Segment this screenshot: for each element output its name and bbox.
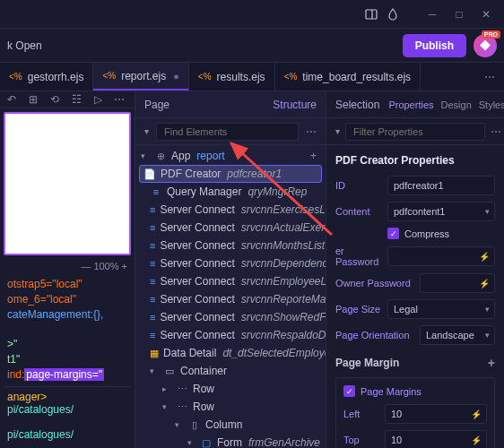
database-icon: ≡ — [150, 257, 155, 270]
find-elements-row: ▾ ⋯ — [135, 118, 326, 145]
panel-menu[interactable]: ⋯ — [306, 125, 317, 138]
canvas-area: — 100% + otstrap5="local" ome_6="local" … — [0, 108, 135, 448]
tab-properties[interactable]: Properties — [388, 99, 433, 110]
tree-app[interactable]: ▾⊕Appreport+ — [135, 147, 326, 165]
chevron-down-icon[interactable]: ▾ — [187, 438, 196, 447]
database-icon: ≡ — [150, 221, 155, 234]
maximize-button[interactable]: □ — [448, 4, 470, 25]
main: ↶ ⊞ ⟲ ☷ ▷ ⋯ — 100% + otstrap5="local" om… — [0, 91, 504, 448]
filter-properties-input[interactable] — [345, 123, 485, 141]
pagesize-select[interactable]: Legal — [387, 299, 495, 319]
owner-password-input[interactable] — [420, 273, 495, 293]
tree-serverconnect[interactable]: ≡Server ConnectsrvcnnDependencia... — [135, 254, 326, 272]
tree-row[interactable]: ▸⋯Row — [135, 380, 326, 398]
database-icon: ≡ — [150, 293, 155, 306]
selection-header: Selection Properties Design Styles — [326, 91, 504, 118]
chevron-down-icon[interactable]: ▾ — [175, 420, 184, 429]
tabbar-overflow[interactable]: ⋯ — [475, 63, 504, 90]
tree-form[interactable]: ▾▢FormfrmGenArchive — [135, 434, 326, 448]
properties-body: PDF Creator Properties ID Contentpdfcont… — [326, 145, 504, 448]
svg-rect-0 — [366, 10, 377, 19]
open-label: k Open — [7, 39, 42, 52]
checkbox-checked-icon[interactable]: ✓ — [343, 385, 355, 397]
tab-label: results.ejs — [217, 71, 265, 83]
tab-timeboard[interactable]: <%time_board_results.ejs — [275, 63, 421, 90]
close-button[interactable]: ✕ — [475, 4, 497, 25]
minimize-button[interactable]: ─ — [421, 4, 443, 25]
tool-play[interactable]: ▷ — [90, 91, 106, 108]
chevron-down-icon[interactable]: ▾ — [150, 366, 159, 375]
add-icon[interactable]: + — [310, 150, 320, 162]
tree-serverconnect[interactable]: ≡Server ConnectsrvcnnExercisesList — [135, 201, 326, 219]
publish-button[interactable]: Publish — [403, 34, 466, 57]
find-elements-input[interactable] — [156, 123, 299, 141]
ejs-icon: <% — [284, 72, 298, 82]
tab-results[interactable]: <%results.ejs — [189, 63, 275, 90]
database-icon: ≡ — [150, 203, 155, 216]
tree-container[interactable]: ▾▭Container — [135, 362, 326, 380]
tool-back[interactable]: ↶ — [4, 91, 20, 108]
tool-sync[interactable]: ⟲ — [47, 91, 63, 108]
checkbox-checked-icon[interactable]: ✓ — [387, 228, 399, 239]
selection-tabs: Properties Design Styles — [388, 99, 504, 110]
avatar[interactable]: PRO — [474, 34, 497, 57]
selection-title: Selection — [335, 99, 379, 111]
page-margins-toggle[interactable]: ✓Page Margins — [343, 385, 487, 397]
chevron-right-icon[interactable]: ▸ — [162, 384, 171, 393]
tab-report[interactable]: <%report.ejs● — [93, 63, 188, 90]
left-label: Left — [343, 409, 379, 419]
tab-styles[interactable]: Styles — [479, 99, 504, 110]
margin-left-input[interactable] — [385, 404, 487, 424]
chevron-down-icon[interactable]: ▾ — [162, 402, 171, 411]
app-icon: ⊕ — [154, 150, 167, 162]
collapse-icon[interactable]: ▾ — [144, 126, 149, 136]
page-panel-header: Page Structure — [135, 91, 326, 118]
tab-close-icon[interactable]: ● — [173, 71, 179, 82]
code-editor[interactable]: otstrap5="local" ome_6="local" cateManag… — [4, 273, 131, 386]
tab-label: gestorrh.ejs — [28, 71, 84, 83]
tree-serverconnect[interactable]: ≡Server ConnectsrvcnnReporteMarc... — [135, 290, 326, 308]
window-controls: ─ □ ✕ — [421, 4, 497, 25]
container-icon: ▭ — [163, 365, 176, 377]
panel-icon[interactable] — [364, 7, 378, 22]
page-structure-panel: Page Structure ▾ ⋯ ▾⊕Appreport+ 📄PDF Cre… — [135, 91, 326, 448]
margin-top-input[interactable] — [385, 430, 487, 448]
tree-serverconnect[interactable]: ≡Server ConnectsrvcnnActualExercise — [135, 219, 326, 237]
orientation-select[interactable]: Landscape — [420, 325, 495, 345]
user-password-input[interactable] — [387, 246, 495, 266]
pagesize-label: Page Size — [335, 304, 382, 314]
tree-column[interactable]: ▾▯Column — [135, 416, 326, 434]
panel-menu[interactable]: ⋯ — [491, 125, 501, 138]
drop-icon[interactable] — [386, 7, 400, 22]
add-margin-icon[interactable]: + — [488, 356, 495, 370]
compress-row[interactable]: ✓Compress — [387, 228, 495, 239]
id-label: ID — [335, 180, 382, 191]
terminal[interactable]: anager> pi/catalogues/ pi/catalogues/ ca… — [4, 386, 131, 448]
tree-pdfcreator[interactable]: 📄PDF Creatorpdfcreator1 — [139, 165, 322, 183]
tree-serverconnect[interactable]: ≡Server ConnectsrvcnnShowRedFla... — [135, 308, 326, 326]
tab-design[interactable]: Design — [441, 99, 472, 110]
tree-serverconnect[interactable]: ≡Server ConnectsrvcnnEmployeeList — [135, 272, 326, 290]
ownerpw-label: Owner Password — [335, 278, 414, 289]
editor-toolbar: ↶ ⊞ ⟲ ☷ ▷ ⋯ — [0, 91, 135, 108]
top-label: Top — [343, 435, 379, 445]
tree-serverconnect[interactable]: ≡Server ConnectsrvcnnRespaldoDtls — [135, 326, 326, 344]
zoom-control[interactable]: — 100% + — [4, 259, 131, 273]
data-icon: ▦ — [150, 347, 159, 359]
chevron-down-icon[interactable]: ▾ — [335, 126, 340, 136]
tool-more[interactable]: ⋯ — [111, 91, 127, 108]
chevron-down-icon[interactable]: ▾ — [141, 151, 150, 160]
tool-grid[interactable]: ⊞ — [25, 91, 41, 108]
tool-struct[interactable]: ☷ — [68, 91, 84, 108]
tree-querymanager[interactable]: ≡Query ManagerqryMngrRep — [135, 183, 326, 201]
tree-datadetail[interactable]: ▦Data Detaildt_dtSelectedEmployee — [135, 344, 326, 362]
tree-serverconnect[interactable]: ≡Server ConnectsrvcnnMonthsList — [135, 237, 326, 254]
page-preview[interactable] — [4, 112, 131, 255]
pdf-icon: 📄 — [143, 168, 156, 180]
id-input[interactable] — [387, 176, 495, 195]
structure-link[interactable]: Structure — [273, 99, 317, 111]
content-select[interactable]: pdfcontent1 — [387, 202, 495, 221]
tab-gestorrh[interactable]: <%gestorrh.ejs — [0, 63, 93, 90]
tree-row[interactable]: ▾⋯Row — [135, 398, 326, 416]
ejs-icon: <% — [9, 72, 22, 82]
